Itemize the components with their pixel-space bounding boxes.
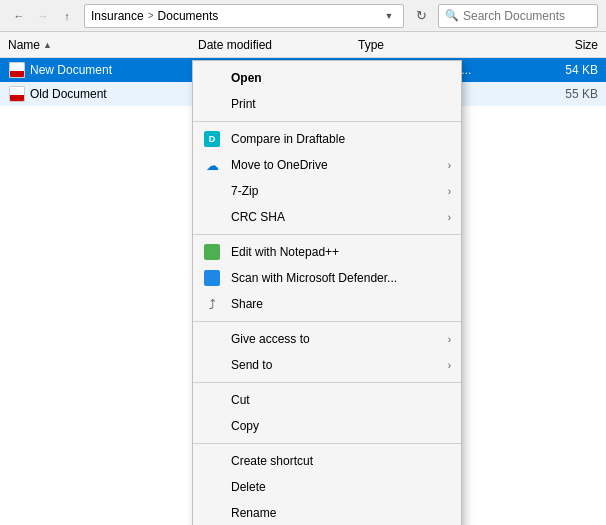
file-size: 55 KB	[528, 87, 598, 101]
file-icon	[8, 62, 26, 78]
menu-item-label: Create shortcut	[231, 454, 313, 468]
back-button[interactable]: ←	[8, 5, 30, 27]
share-icon: ⤴	[203, 295, 221, 313]
search-box[interactable]: 🔍	[438, 4, 598, 28]
submenu-arrow-icon: ›	[448, 334, 451, 345]
context-menu-item-open[interactable]: Open	[193, 65, 461, 91]
search-input[interactable]	[463, 9, 591, 23]
context-menu-item-edit-with-notepad++[interactable]: Edit with Notepad++	[193, 239, 461, 265]
context-menu-item-create-shortcut[interactable]: Create shortcut	[193, 448, 461, 474]
titlebar: ← → ↑ Insurance > Documents ▼ ↻ 🔍	[0, 0, 606, 32]
search-icon: 🔍	[445, 9, 459, 22]
submenu-arrow-icon: ›	[448, 186, 451, 197]
breadcrumb-sep1: >	[148, 10, 154, 21]
context-menu-item-compare-in-draftable[interactable]: DCompare in Draftable	[193, 126, 461, 152]
menu-item-label: Give access to	[231, 332, 310, 346]
menu-item-label: Scan with Microsoft Defender...	[231, 271, 397, 285]
menu-item-label: CRC SHA	[231, 210, 285, 224]
menu-item-label: Cut	[231, 393, 250, 407]
menu-item-label: Print	[231, 97, 256, 111]
menu-item-label: Move to OneDrive	[231, 158, 328, 172]
menu-item-label: Open	[231, 71, 262, 85]
menu-item-label: Rename	[231, 506, 276, 520]
defender-icon	[203, 269, 221, 287]
submenu-arrow-icon: ›	[448, 212, 451, 223]
address-bar[interactable]: Insurance > Documents ▼	[84, 4, 404, 28]
breadcrumb-insurance[interactable]: Insurance	[91, 9, 144, 23]
notepadpp-icon	[204, 244, 220, 260]
col-header-name[interactable]: Name ▲	[8, 38, 198, 52]
menu-item-label: Compare in Draftable	[231, 132, 345, 146]
context-menu-item-copy[interactable]: Copy	[193, 413, 461, 439]
submenu-arrow-icon: ›	[448, 160, 451, 171]
col-header-date[interactable]: Date modified	[198, 38, 358, 52]
menu-item-label: Delete	[231, 480, 266, 494]
context-menu-item-print[interactable]: Print	[193, 91, 461, 117]
context-menu-item-share[interactable]: ⤴Share	[193, 291, 461, 317]
onedrive-icon: ☁	[203, 156, 221, 174]
submenu-arrow-icon: ›	[448, 360, 451, 371]
col-header-type[interactable]: Type	[358, 38, 528, 52]
file-size: 54 KB	[528, 63, 598, 77]
draftable-icon: D	[204, 131, 220, 147]
context-menu-item-send-to[interactable]: Send to›	[193, 352, 461, 378]
dropdown-button[interactable]: ▼	[381, 5, 397, 27]
menu-item-label: Copy	[231, 419, 259, 433]
context-menu-item-crc-sha[interactable]: CRC SHA›	[193, 204, 461, 230]
column-headers: Name ▲ Date modified Type Size	[0, 32, 606, 58]
file-name: Old Document	[30, 87, 202, 101]
menu-item-label: Share	[231, 297, 263, 311]
context-menu-item-delete[interactable]: Delete	[193, 474, 461, 500]
draftable-icon: D	[203, 130, 221, 148]
pdf-icon	[9, 86, 25, 102]
context-menu-item-rename[interactable]: Rename	[193, 500, 461, 525]
col-header-size[interactable]: Size	[528, 38, 598, 52]
pdf-icon	[9, 62, 25, 78]
context-menu-item-7-zip[interactable]: 7-Zip›	[193, 178, 461, 204]
forward-button[interactable]: →	[32, 5, 54, 27]
file-icon	[8, 86, 26, 102]
file-name: New Document	[30, 63, 202, 77]
sort-arrow-icon: ▲	[43, 40, 52, 50]
menu-separator	[193, 321, 461, 322]
share-icon: ⤴	[209, 297, 216, 312]
menu-separator	[193, 121, 461, 122]
context-menu: OpenPrintDCompare in Draftable☁Move to O…	[192, 60, 462, 525]
context-menu-item-cut[interactable]: Cut	[193, 387, 461, 413]
refresh-button[interactable]: ↻	[410, 5, 432, 27]
menu-separator	[193, 234, 461, 235]
defender-icon	[204, 270, 220, 286]
onedrive-icon: ☁	[206, 158, 219, 173]
context-menu-item-give-access-to[interactable]: Give access to›	[193, 326, 461, 352]
menu-item-label: Send to	[231, 358, 272, 372]
context-menu-item-scan-with-microsoft-defender...[interactable]: Scan with Microsoft Defender...	[193, 265, 461, 291]
menu-separator	[193, 382, 461, 383]
up-button[interactable]: ↑	[56, 5, 78, 27]
breadcrumb-documents[interactable]: Documents	[158, 9, 219, 23]
context-menu-item-move-to-onedrive[interactable]: ☁Move to OneDrive›	[193, 152, 461, 178]
menu-item-label: 7-Zip	[231, 184, 258, 198]
menu-separator	[193, 443, 461, 444]
npp-icon	[203, 243, 221, 261]
menu-item-label: Edit with Notepad++	[231, 245, 339, 259]
